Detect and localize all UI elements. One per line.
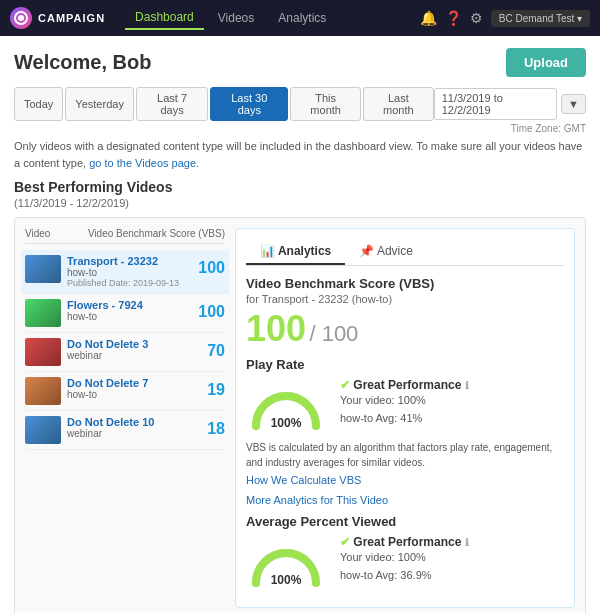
best-video-item-5[interactable]: Do Not Delete 10 webinar 18 — [25, 411, 225, 450]
video-score-2: 100 — [198, 299, 225, 321]
info-icon: ℹ — [465, 380, 469, 391]
filter-today[interactable]: Today — [14, 87, 63, 121]
upload-button[interactable]: Upload — [506, 48, 586, 77]
best-video-list: Video Video Benchmark Score (VBS) Transp… — [25, 228, 225, 608]
filter-row: Today Yesterday Last 7 days Last 30 days… — [14, 87, 586, 121]
video-score-4: 19 — [207, 377, 225, 399]
nav-dashboard[interactable]: Dashboard — [125, 6, 204, 30]
video-score-3: 70 — [207, 338, 225, 360]
more-analytics-link[interactable]: More Analytics for This Video — [246, 494, 564, 506]
svg-point-1 — [18, 15, 24, 21]
video-info-1: Transport - 23232 how-to Published Date:… — [67, 255, 192, 288]
video-type-2: how-to — [67, 311, 192, 322]
best-avg-perf: ✔ Great Performance ℹ — [340, 535, 564, 549]
best-vbs-title: Video Benchmark Score (VBS) — [246, 276, 564, 291]
best-analytics-panel: 📊 Analytics 📌 Advice Video Benchmark Sco… — [235, 228, 575, 608]
best-play-rate-title: Play Rate — [246, 357, 564, 372]
header-right: 🔔 ❓ ⚙ BC Demand Test ▾ — [420, 10, 590, 27]
tab-analytics-best[interactable]: 📊 Analytics — [246, 239, 345, 265]
logo-area: CAMPAIGN — [10, 7, 105, 29]
logo-text: CAMPAIGN — [38, 12, 105, 24]
best-vbs-score: 100 — [246, 308, 306, 349]
video-name-1: Transport - 23232 — [67, 255, 192, 267]
gear-icon[interactable]: ⚙ — [470, 10, 483, 26]
how-calc-link[interactable]: How We Calculate VBS — [246, 474, 564, 486]
filter-this-month[interactable]: This month — [290, 87, 361, 121]
best-play-rate: Play Rate 100% ✔ Great Pe — [246, 357, 564, 428]
best-tabs-row: 📊 Analytics 📌 Advice — [246, 239, 564, 266]
best-avg-desc: ✔ Great Performance ℹ Your video: 100% h… — [340, 535, 564, 584]
video-list-header: Video Video Benchmark Score (VBS) — [25, 228, 225, 244]
video-thumb-5 — [25, 416, 61, 444]
best-avg-pct-title: Average Percent Viewed — [246, 514, 564, 529]
chart-icon: 📊 — [260, 244, 275, 258]
nav-videos[interactable]: Videos — [208, 7, 264, 29]
header: CAMPAIGN Dashboard Videos Analytics 🔔 ❓ … — [0, 0, 600, 36]
best-avg-pct: Average Percent Viewed 100% ✔ — [246, 514, 564, 585]
best-play-rate-row: 100% ✔ Great Performance ℹ Your video: 1… — [246, 378, 564, 428]
date-picker-arrow[interactable]: ▼ — [561, 94, 586, 114]
avg-perf-icon: ✔ — [340, 535, 350, 549]
video-thumb-4 — [25, 377, 61, 405]
help-icon[interactable]: ❓ — [445, 10, 462, 26]
video-type-3: webinar — [67, 350, 201, 361]
best-avg-values: Your video: 100% how-to Avg: 36.9% — [340, 549, 564, 584]
best-performing-inner: Video Video Benchmark Score (VBS) Transp… — [25, 228, 575, 608]
video-name-4: Do Not Delete 7 — [67, 377, 201, 389]
play-rate-gauge-label: 100% — [271, 416, 302, 430]
video-info-5: Do Not Delete 10 webinar — [67, 416, 201, 439]
bell-icon[interactable]: 🔔 — [420, 10, 437, 26]
avg-gauge-label: 100% — [271, 573, 302, 587]
avg-info-icon: ℹ — [465, 537, 469, 548]
best-play-rate-perf: ✔ Great Performance ℹ — [340, 378, 564, 392]
date-range-value: 11/3/2019 to 12/2/2019 — [434, 88, 557, 120]
nav-analytics[interactable]: Analytics — [268, 7, 336, 29]
logo-icon — [10, 7, 32, 29]
perf-icon: ✔ — [340, 378, 350, 392]
videos-page-link[interactable]: go to the Videos page. — [89, 157, 199, 169]
col-vbs: Video Benchmark Score (VBS) — [88, 228, 225, 239]
video-info-2: Flowers - 7924 how-to — [67, 299, 192, 322]
best-vbs-score-row: 100 / 100 — [246, 311, 564, 347]
welcome-row: Welcome, Bob Upload — [14, 48, 586, 77]
video-thumb-1 — [25, 255, 61, 283]
best-section-dates: (11/3/2019 - 12/2/2019) — [14, 197, 586, 209]
tab-advice-best[interactable]: 📌 Advice — [345, 239, 427, 265]
best-play-rate-desc: ✔ Great Performance ℹ Your video: 100% h… — [340, 378, 564, 427]
video-score-5: 18 — [207, 416, 225, 438]
best-vbs-max: / 100 — [309, 321, 358, 346]
col-video: Video — [25, 228, 50, 239]
video-date-1: Published Date: 2019-09-13 — [67, 278, 192, 288]
video-type-5: webinar — [67, 428, 201, 439]
filter-last-month[interactable]: Last month — [363, 87, 434, 121]
video-name-5: Do Not Delete 10 — [67, 416, 201, 428]
best-video-item-2[interactable]: Flowers - 7924 how-to 100 — [25, 294, 225, 333]
timezone-label: Time Zone: GMT — [14, 123, 586, 134]
main-content: Welcome, Bob Upload Today Yesterday Last… — [0, 36, 600, 613]
main-nav: Dashboard Videos Analytics — [125, 6, 420, 30]
vbs-note: VBS is calculated by an algorithm that f… — [246, 440, 564, 470]
best-play-rate-gauge: 100% — [246, 378, 326, 428]
filter-7days[interactable]: Last 7 days — [136, 87, 208, 121]
video-info-4: Do Not Delete 7 how-to — [67, 377, 201, 400]
account-badge[interactable]: BC Demand Test ▾ — [491, 10, 590, 27]
pin-icon: 📌 — [359, 244, 374, 258]
date-range-row: 11/3/2019 to 12/2/2019 ▼ — [434, 88, 586, 120]
best-avg-pct-row: 100% ✔ Great Performance ℹ Your video: 1… — [246, 535, 564, 585]
best-video-item-4[interactable]: Do Not Delete 7 how-to 19 — [25, 372, 225, 411]
video-type-4: how-to — [67, 389, 201, 400]
video-type-1: how-to — [67, 267, 192, 278]
video-name-3: Do Not Delete 3 — [67, 338, 201, 350]
best-avg-gauge: 100% — [246, 535, 326, 585]
welcome-title: Welcome, Bob — [14, 51, 151, 74]
best-vbs-for: for Transport - 23232 (how-to) — [246, 293, 564, 305]
best-video-item-1[interactable]: Transport - 23232 how-to Published Date:… — [21, 250, 229, 294]
best-play-rate-values: Your video: 100% how-to Avg: 41% — [340, 392, 564, 427]
video-score-1: 100 — [198, 255, 225, 277]
best-video-item-3[interactable]: Do Not Delete 3 webinar 70 — [25, 333, 225, 372]
filter-30days[interactable]: Last 30 days — [210, 87, 288, 121]
filter-yesterday[interactable]: Yesterday — [65, 87, 134, 121]
video-thumb-2 — [25, 299, 61, 327]
filter-buttons: Today Yesterday Last 7 days Last 30 days… — [14, 87, 434, 121]
video-thumb-3 — [25, 338, 61, 366]
